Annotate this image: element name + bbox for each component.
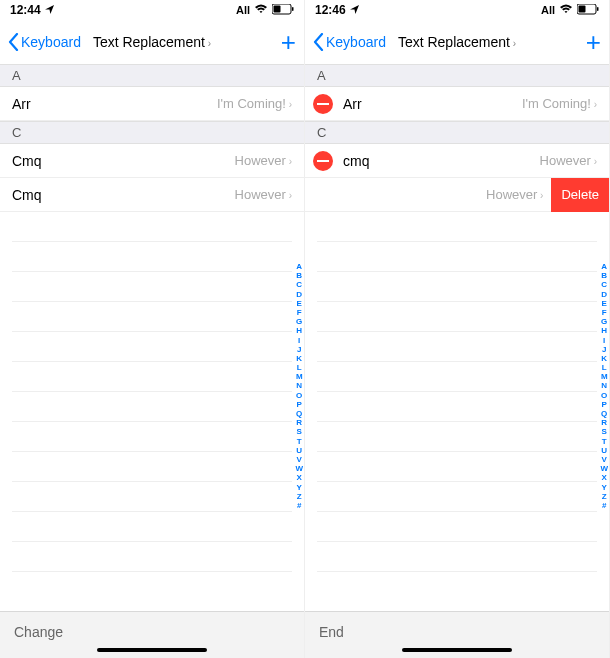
phrase-text: However	[42, 187, 292, 202]
table-row[interactable]: Cmq However	[0, 178, 304, 212]
home-indicator[interactable]	[97, 648, 207, 652]
alpha-index-item[interactable]: Z	[295, 492, 303, 501]
alpha-index-item[interactable]: P	[600, 400, 608, 409]
shortcut-text: Arr	[343, 96, 362, 112]
home-indicator[interactable]	[402, 648, 512, 652]
content: A Arr I'm Coming! C Cmq However Cmq Howe…	[0, 64, 304, 611]
table-row[interactable]: However Delete	[305, 178, 609, 212]
alpha-index-item[interactable]: X	[600, 473, 608, 482]
content: A Arr I'm Coming! C cmq However However …	[305, 64, 609, 611]
alpha-index-item[interactable]: O	[600, 391, 608, 400]
alpha-index-item[interactable]: I	[600, 336, 608, 345]
location-icon	[45, 3, 54, 17]
wifi-icon	[559, 4, 573, 16]
minus-icon	[317, 103, 329, 105]
alpha-index-item[interactable]: W	[600, 464, 608, 473]
alpha-index-item[interactable]: #	[295, 501, 303, 510]
svg-rect-6	[317, 103, 329, 105]
svg-rect-4	[579, 5, 586, 12]
phone-right: 12:46 All Keyboard Text Replacement + A	[305, 0, 610, 658]
alpha-index-item[interactable]: B	[295, 271, 303, 280]
alpha-index-item[interactable]: Q	[295, 409, 303, 418]
alpha-index-item[interactable]: G	[295, 317, 303, 326]
alpha-index-item[interactable]: E	[600, 299, 608, 308]
alpha-index-item[interactable]: K	[295, 354, 303, 363]
alpha-index-item[interactable]: T	[600, 437, 608, 446]
alpha-index-item[interactable]: F	[600, 308, 608, 317]
svg-rect-7	[317, 160, 329, 162]
add-button[interactable]: +	[281, 29, 296, 55]
alpha-index-item[interactable]: D	[600, 290, 608, 299]
alpha-index-item[interactable]: I	[295, 336, 303, 345]
alpha-index-item[interactable]: V	[295, 455, 303, 464]
alpha-index-item[interactable]: J	[295, 345, 303, 354]
nav-bar: Keyboard Text Replacement +	[305, 20, 609, 64]
back-button[interactable]: Keyboard	[8, 33, 81, 51]
alpha-index[interactable]: ABCDEFGHIJKLMNOPQRSTUVWXYZ#	[295, 262, 303, 510]
table-row[interactable]: cmq However	[305, 144, 609, 178]
alpha-index-item[interactable]: N	[295, 381, 303, 390]
alpha-index-item[interactable]: M	[295, 372, 303, 381]
alpha-index-item[interactable]: Z	[600, 492, 608, 501]
alpha-index-item[interactable]: A	[295, 262, 303, 271]
phrase-text: I'm Coming!	[362, 96, 597, 111]
minus-icon	[317, 160, 329, 162]
back-button[interactable]: Keyboard	[313, 33, 386, 51]
phrase-text: However	[317, 187, 543, 202]
table-row[interactable]: Cmq However	[0, 144, 304, 178]
footer-label: Change	[14, 624, 63, 640]
alpha-index-item[interactable]: B	[600, 271, 608, 280]
alpha-index-item[interactable]: W	[295, 464, 303, 473]
alpha-index-item[interactable]: H	[295, 326, 303, 335]
alpha-index-item[interactable]: Y	[295, 483, 303, 492]
alpha-index-item[interactable]: J	[600, 345, 608, 354]
alpha-index-item[interactable]: L	[295, 363, 303, 372]
alpha-index-item[interactable]: R	[295, 418, 303, 427]
delete-row-button[interactable]	[313, 151, 333, 171]
alpha-index-item[interactable]: G	[600, 317, 608, 326]
alpha-index-item[interactable]: Y	[600, 483, 608, 492]
alpha-index-item[interactable]: Q	[600, 409, 608, 418]
section-header-a: A	[305, 64, 609, 87]
alpha-index-item[interactable]: E	[295, 299, 303, 308]
alpha-index-item[interactable]: X	[295, 473, 303, 482]
status-carrier: All	[541, 4, 555, 16]
alpha-index-item[interactable]: V	[600, 455, 608, 464]
add-button[interactable]: +	[586, 29, 601, 55]
alpha-index-item[interactable]: H	[600, 326, 608, 335]
delete-row-button[interactable]	[313, 94, 333, 114]
svg-rect-2	[292, 7, 294, 11]
alpha-index-item[interactable]: K	[600, 354, 608, 363]
delete-confirm-button[interactable]: Delete	[551, 178, 609, 212]
battery-icon	[577, 4, 599, 17]
alpha-index-item[interactable]: L	[600, 363, 608, 372]
section-header-c: C	[305, 121, 609, 144]
alpha-index-item[interactable]: A	[600, 262, 608, 271]
table-row[interactable]: Arr I'm Coming!	[0, 87, 304, 121]
alpha-index-item[interactable]: C	[600, 280, 608, 289]
back-label: Keyboard	[326, 34, 386, 50]
table-row[interactable]: Arr I'm Coming!	[305, 87, 609, 121]
alpha-index-item[interactable]: U	[600, 446, 608, 455]
alpha-index-item[interactable]: S	[295, 427, 303, 436]
status-right: All	[541, 4, 599, 17]
status-time: 12:44	[10, 3, 41, 17]
alpha-index-item[interactable]: R	[600, 418, 608, 427]
alpha-index[interactable]: ABCDEFGHIJKLMNOPQRSTUVWXYZ#	[600, 262, 608, 510]
status-right: All	[236, 4, 294, 17]
alpha-index-item[interactable]: C	[295, 280, 303, 289]
alpha-index-item[interactable]: #	[600, 501, 608, 510]
alpha-index-item[interactable]: P	[295, 400, 303, 409]
alpha-index-item[interactable]: T	[295, 437, 303, 446]
alpha-index-item[interactable]: M	[600, 372, 608, 381]
shortcut-text: cmq	[343, 153, 369, 169]
alpha-index-item[interactable]: N	[600, 381, 608, 390]
alpha-index-item[interactable]: S	[600, 427, 608, 436]
status-carrier: All	[236, 4, 250, 16]
alpha-index-item[interactable]: U	[295, 446, 303, 455]
alpha-index-item[interactable]: F	[295, 308, 303, 317]
alpha-index-item[interactable]: D	[295, 290, 303, 299]
phone-left: 12:44 All Keyboard Text Replacement + A …	[0, 0, 305, 658]
nav-bar: Keyboard Text Replacement +	[0, 20, 304, 64]
alpha-index-item[interactable]: O	[295, 391, 303, 400]
